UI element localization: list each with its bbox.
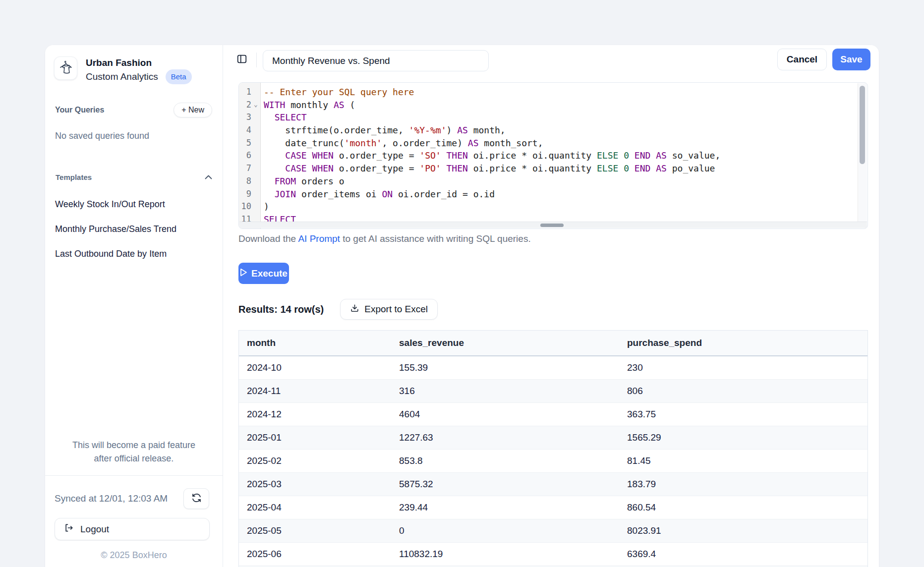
table-row: 2024-11316806 (239, 380, 867, 403)
fold-chevron-down-icon[interactable]: ⌄ (252, 99, 260, 112)
refresh-sync-button[interactable] (183, 488, 209, 509)
template-list: Weekly Stock In/Out ReportMonthly Purcha… (55, 192, 213, 266)
copyright: © 2025 BoxHero (45, 550, 223, 561)
cancel-button[interactable]: Cancel (777, 49, 827, 70)
new-query-button[interactable]: + New (173, 103, 212, 117)
line-number: 5 (239, 137, 260, 150)
editor-vertical-scrollbar (858, 83, 867, 223)
line-number: 2⌄ (239, 99, 260, 112)
logout-label: Logout (80, 524, 109, 535)
logout-icon (64, 523, 74, 535)
table-cell: 5875.32 (399, 479, 627, 490)
beta-badge: Beta (166, 69, 192, 84)
sidebar-toggle-button[interactable] (235, 53, 248, 66)
horizontal-scrollbar-thumb[interactable] (540, 224, 564, 227)
table-cell: 2024-12 (239, 409, 399, 420)
your-queries-label: Your Queries (55, 106, 104, 114)
brand: Urban Fashion Custom Analytics Beta (54, 57, 192, 84)
table-row: 2025-011227.631565.29 (239, 426, 867, 450)
sidebar-footer-divider (45, 475, 223, 476)
play-icon (240, 268, 247, 279)
no-queries-message: No saved queries found (55, 131, 149, 141)
table-cell: 806 (627, 386, 867, 397)
table-cell: 155.39 (399, 362, 627, 373)
template-item[interactable]: Monthly Purchase/Sales Trend (55, 217, 213, 241)
table-cell: 2025-05 (239, 525, 399, 536)
ai-prompt-link[interactable]: AI Prompt (298, 233, 340, 244)
code-line: JOIN order_items oi ON oi.order_id = o.i… (264, 188, 857, 201)
line-number: 8 (239, 175, 260, 188)
main-header: Cancel Save (224, 45, 879, 78)
product-name: Custom Analytics (86, 70, 158, 83)
table-cell: 6369.4 (627, 549, 867, 560)
line-number: 1 (239, 86, 260, 99)
export-label: Export to Excel (364, 304, 428, 315)
templates-label: Templates (56, 173, 92, 181)
execute-label: Execute (251, 268, 288, 279)
header-separator (256, 53, 257, 67)
table-cell: 1227.63 (399, 432, 627, 443)
table-row: 2025-04239.44860.54 (239, 496, 867, 519)
table-cell: 853.8 (399, 455, 627, 466)
refresh-icon (191, 493, 202, 505)
results-summary: Results: 14 row(s) (238, 304, 324, 315)
save-button[interactable]: Save (832, 49, 870, 70)
main-panel: Cancel Save 12⌄34567891011 -- Enter your… (224, 45, 879, 567)
ai-prompt-note: Download the AI Prompt to get AI assista… (238, 233, 531, 244)
code-line: -- Enter your SQL query here (264, 86, 857, 99)
template-item[interactable]: Last Outbound Date by Item (55, 241, 213, 266)
chevron-up-icon[interactable] (205, 172, 212, 181)
workspace-name: Urban Fashion (86, 57, 192, 69)
line-number: 10 (239, 200, 260, 213)
code-line: WITH monthly AS ( (264, 99, 857, 112)
ai-note-suffix: to get AI assistance with writing SQL qu… (340, 233, 531, 244)
table-cell: 230 (627, 362, 867, 373)
tshirt-hanger-icon (58, 59, 74, 78)
code-line: date_trunc('month', o.order_time) AS mon… (264, 137, 857, 150)
sql-editor[interactable]: 12⌄34567891011 -- Enter your SQL query h… (238, 82, 868, 229)
ai-note-prefix: Download the (238, 233, 298, 244)
export-excel-button[interactable]: Export to Excel (340, 299, 438, 320)
table-cell: 1565.29 (627, 432, 867, 443)
execute-button[interactable]: Execute (238, 263, 289, 284)
template-item[interactable]: Weekly Stock In/Out Report (55, 192, 213, 217)
table-cell: 2025-01 (239, 432, 399, 443)
table-cell: 316 (399, 386, 627, 397)
line-number: 3 (239, 111, 260, 124)
panel-left-icon (236, 54, 247, 66)
code-line: CASE WHEN o.order_type = 'PO' THEN oi.pr… (264, 162, 857, 175)
table-row: 2025-035875.32183.79 (239, 473, 867, 496)
code-line: SELECT (264, 213, 857, 222)
table-cell: 183.79 (627, 479, 867, 490)
editor-gutter: 12⌄34567891011 (239, 83, 261, 228)
query-title-input[interactable] (263, 50, 489, 71)
table-cell: 2024-11 (239, 386, 399, 397)
table-cell: 0 (399, 525, 627, 536)
synced-status: Synced at 12/01, 12:03 AM (55, 493, 168, 504)
paid-feature-notice: This will become a paid feature after of… (50, 439, 218, 465)
table-cell: 8023.91 (627, 525, 867, 536)
editor-code[interactable]: -- Enter your SQL query hereWITH monthly… (261, 86, 857, 222)
logout-button[interactable]: Logout (55, 518, 210, 540)
code-line: strftime(o.order_time, '%Y-%m') AS month… (264, 124, 857, 137)
workspace-logo (54, 57, 77, 80)
line-number: 9 (239, 188, 260, 201)
table-row: 2024-10155.39230 (239, 356, 867, 380)
table-cell: 2024-10 (239, 362, 399, 373)
download-icon (350, 303, 359, 315)
code-line: CASE WHEN o.order_type = 'SO' THEN oi.pr… (264, 149, 857, 162)
code-line: ) (264, 200, 857, 213)
results-table: monthsales_revenuepurchase_spend 2024-10… (238, 330, 868, 567)
line-number: 7 (239, 162, 260, 175)
code-line: SELECT (264, 111, 857, 124)
table-cell: 4604 (399, 409, 627, 420)
column-header: month (239, 338, 399, 348)
table-row: 2025-06110832.196369.4 (239, 543, 867, 566)
sidebar: Urban Fashion Custom Analytics Beta Your… (45, 45, 223, 567)
table-cell: 2025-03 (239, 479, 399, 490)
editor-horizontal-scrollbar (239, 222, 867, 228)
table-cell: 2025-02 (239, 455, 399, 466)
line-number: 4 (239, 124, 260, 137)
vertical-scrollbar-thumb[interactable] (860, 86, 865, 164)
app-card: Urban Fashion Custom Analytics Beta Your… (45, 45, 879, 567)
